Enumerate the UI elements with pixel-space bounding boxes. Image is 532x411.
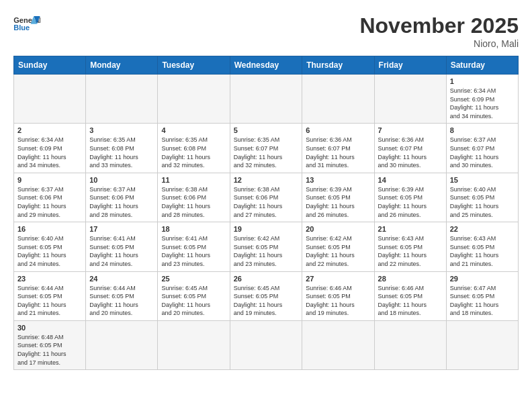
day-number: 1	[450, 77, 515, 85]
calendar-cell: 15Sunrise: 6:40 AM Sunset: 6:05 PM Dayli…	[446, 173, 518, 222]
day-info: Sunrise: 6:40 AM Sunset: 6:05 PM Dayligh…	[450, 185, 515, 219]
day-number: 22	[450, 225, 515, 233]
dow-header-wednesday: Wednesday	[230, 56, 302, 75]
day-info: Sunrise: 6:34 AM Sunset: 6:09 PM Dayligh…	[17, 136, 82, 169]
day-number: 16	[17, 225, 82, 233]
calendar-cell: 9Sunrise: 6:37 AM Sunset: 6:06 PM Daylig…	[14, 173, 86, 222]
calendar-cell: 20Sunrise: 6:42 AM Sunset: 6:05 PM Dayli…	[302, 222, 374, 271]
day-number: 23	[17, 275, 82, 283]
calendar-cell: 18Sunrise: 6:41 AM Sunset: 6:05 PM Dayli…	[158, 222, 230, 271]
calendar-body: 1Sunrise: 6:34 AM Sunset: 6:09 PM Daylig…	[14, 75, 519, 370]
svg-text:Blue: Blue	[13, 24, 30, 32]
day-info: Sunrise: 6:46 AM Sunset: 6:05 PM Dayligh…	[378, 284, 443, 318]
day-info: Sunrise: 6:39 AM Sunset: 6:05 PM Dayligh…	[378, 185, 443, 219]
dow-header-thursday: Thursday	[302, 56, 374, 75]
day-info: Sunrise: 6:45 AM Sunset: 6:05 PM Dayligh…	[161, 284, 226, 318]
day-number: 18	[161, 225, 226, 233]
calendar-cell: 28Sunrise: 6:46 AM Sunset: 6:05 PM Dayli…	[374, 271, 446, 320]
week-row-2: 2Sunrise: 6:34 AM Sunset: 6:09 PM Daylig…	[14, 124, 519, 173]
calendar-cell: 22Sunrise: 6:43 AM Sunset: 6:05 PM Dayli…	[446, 222, 518, 271]
calendar-cell	[230, 75, 302, 124]
calendar-cell	[86, 320, 158, 369]
day-info: Sunrise: 6:40 AM Sunset: 6:05 PM Dayligh…	[17, 234, 82, 268]
day-number: 5	[234, 126, 299, 134]
calendar-cell	[14, 75, 86, 124]
dow-header-tuesday: Tuesday	[158, 56, 230, 75]
day-number: 7	[378, 126, 443, 134]
week-row-1: 1Sunrise: 6:34 AM Sunset: 6:09 PM Daylig…	[14, 75, 519, 124]
day-number: 21	[378, 225, 443, 233]
calendar-cell: 1Sunrise: 6:34 AM Sunset: 6:09 PM Daylig…	[446, 75, 518, 124]
calendar-cell: 2Sunrise: 6:34 AM Sunset: 6:09 PM Daylig…	[14, 124, 86, 173]
day-number: 26	[234, 275, 299, 283]
day-number: 8	[450, 126, 515, 134]
calendar-cell: 29Sunrise: 6:47 AM Sunset: 6:05 PM Dayli…	[446, 271, 518, 320]
calendar-cell	[158, 320, 230, 369]
dow-header-sunday: Sunday	[14, 56, 86, 75]
day-number: 24	[89, 275, 154, 283]
day-info: Sunrise: 6:38 AM Sunset: 6:06 PM Dayligh…	[234, 185, 299, 219]
days-of-week-row: SundayMondayTuesdayWednesdayThursdayFrid…	[14, 56, 519, 75]
day-number: 28	[378, 275, 443, 283]
day-number: 4	[161, 126, 226, 134]
day-info: Sunrise: 6:38 AM Sunset: 6:06 PM Dayligh…	[161, 185, 226, 219]
day-info: Sunrise: 6:45 AM Sunset: 6:05 PM Dayligh…	[234, 284, 299, 318]
calendar-cell: 4Sunrise: 6:35 AM Sunset: 6:08 PM Daylig…	[158, 124, 230, 173]
page-header: General Blue November 2025 Nioro, Mali	[13, 13, 519, 49]
week-row-6: 30Sunrise: 6:48 AM Sunset: 6:05 PM Dayli…	[14, 320, 519, 369]
month-title: November 2025	[359, 13, 519, 38]
calendar-table: SundayMondayTuesdayWednesdayThursdayFrid…	[13, 56, 519, 370]
calendar-cell: 27Sunrise: 6:46 AM Sunset: 6:05 PM Dayli…	[302, 271, 374, 320]
calendar-cell: 30Sunrise: 6:48 AM Sunset: 6:05 PM Dayli…	[14, 320, 86, 369]
day-number: 6	[306, 126, 370, 134]
day-number: 13	[306, 176, 370, 184]
calendar-cell: 11Sunrise: 6:38 AM Sunset: 6:06 PM Dayli…	[158, 173, 230, 222]
day-info: Sunrise: 6:35 AM Sunset: 6:08 PM Dayligh…	[89, 136, 154, 169]
calendar-cell: 19Sunrise: 6:42 AM Sunset: 6:05 PM Dayli…	[230, 222, 302, 271]
day-info: Sunrise: 6:42 AM Sunset: 6:05 PM Dayligh…	[306, 234, 370, 268]
calendar-cell	[86, 75, 158, 124]
title-block: November 2025 Nioro, Mali	[359, 13, 519, 49]
calendar-cell: 14Sunrise: 6:39 AM Sunset: 6:05 PM Dayli…	[374, 173, 446, 222]
day-number: 29	[450, 275, 515, 283]
day-info: Sunrise: 6:41 AM Sunset: 6:05 PM Dayligh…	[89, 234, 154, 268]
calendar-cell: 16Sunrise: 6:40 AM Sunset: 6:05 PM Dayli…	[14, 222, 86, 271]
calendar-cell: 6Sunrise: 6:36 AM Sunset: 6:07 PM Daylig…	[302, 124, 374, 173]
day-info: Sunrise: 6:48 AM Sunset: 6:05 PM Dayligh…	[17, 333, 82, 367]
day-info: Sunrise: 6:44 AM Sunset: 6:05 PM Dayligh…	[89, 284, 154, 318]
day-info: Sunrise: 6:43 AM Sunset: 6:05 PM Dayligh…	[378, 234, 443, 268]
day-number: 10	[89, 176, 154, 184]
calendar-cell: 12Sunrise: 6:38 AM Sunset: 6:06 PM Dayli…	[230, 173, 302, 222]
week-row-3: 9Sunrise: 6:37 AM Sunset: 6:06 PM Daylig…	[14, 173, 519, 222]
calendar-cell: 13Sunrise: 6:39 AM Sunset: 6:05 PM Dayli…	[302, 173, 374, 222]
day-number: 2	[17, 126, 82, 134]
calendar-cell: 25Sunrise: 6:45 AM Sunset: 6:05 PM Dayli…	[158, 271, 230, 320]
day-info: Sunrise: 6:47 AM Sunset: 6:05 PM Dayligh…	[450, 284, 515, 318]
calendar-cell	[374, 320, 446, 369]
day-number: 11	[161, 176, 226, 184]
calendar-cell: 23Sunrise: 6:44 AM Sunset: 6:05 PM Dayli…	[14, 271, 86, 320]
day-number: 15	[450, 176, 515, 184]
day-info: Sunrise: 6:35 AM Sunset: 6:08 PM Dayligh…	[161, 136, 226, 169]
day-info: Sunrise: 6:34 AM Sunset: 6:09 PM Dayligh…	[450, 87, 515, 120]
calendar-cell	[446, 320, 518, 369]
calendar-cell	[302, 75, 374, 124]
calendar-cell: 26Sunrise: 6:45 AM Sunset: 6:05 PM Dayli…	[230, 271, 302, 320]
calendar-cell	[302, 320, 374, 369]
calendar-cell: 5Sunrise: 6:35 AM Sunset: 6:07 PM Daylig…	[230, 124, 302, 173]
day-info: Sunrise: 6:44 AM Sunset: 6:05 PM Dayligh…	[17, 284, 82, 318]
location-subtitle: Nioro, Mali	[359, 38, 519, 49]
calendar-cell: 3Sunrise: 6:35 AM Sunset: 6:08 PM Daylig…	[86, 124, 158, 173]
calendar-cell: 21Sunrise: 6:43 AM Sunset: 6:05 PM Dayli…	[374, 222, 446, 271]
day-number: 9	[17, 176, 82, 184]
calendar-cell: 8Sunrise: 6:37 AM Sunset: 6:07 PM Daylig…	[446, 124, 518, 173]
dow-header-saturday: Saturday	[446, 56, 518, 75]
calendar-cell	[158, 75, 230, 124]
calendar-cell	[374, 75, 446, 124]
day-number: 12	[234, 176, 299, 184]
calendar-cell	[230, 320, 302, 369]
calendar-cell: 24Sunrise: 6:44 AM Sunset: 6:05 PM Dayli…	[86, 271, 158, 320]
calendar-cell: 17Sunrise: 6:41 AM Sunset: 6:05 PM Dayli…	[86, 222, 158, 271]
day-number: 20	[306, 225, 370, 233]
day-number: 14	[378, 176, 443, 184]
